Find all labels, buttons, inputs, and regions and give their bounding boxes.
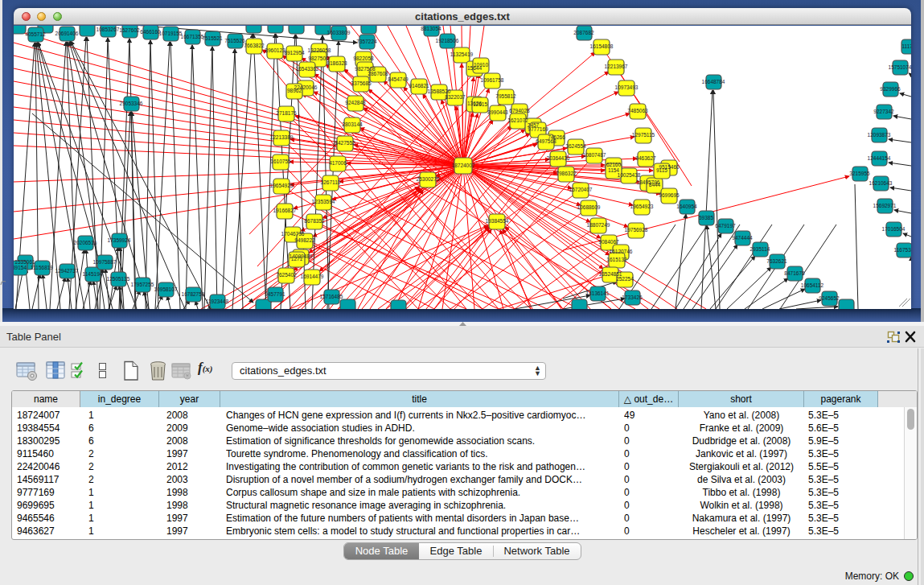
svg-text:17359924: 17359924 (108, 237, 131, 243)
svg-text:9699695: 9699695 (659, 192, 680, 198)
svg-text:12213389: 12213389 (270, 134, 294, 140)
svg-text:13588520: 13588520 (428, 89, 451, 94)
svg-text:20206516: 20206516 (74, 240, 97, 245)
svg-text:10973493: 10973493 (615, 84, 639, 90)
svg-text:9777169: 9777169 (528, 126, 548, 132)
svg-text:10975887: 10975887 (93, 259, 117, 265)
svg-text:9146821: 9146821 (409, 83, 429, 89)
svg-text:7515526: 7515526 (224, 38, 245, 43)
svg-text:98962: 98962 (287, 88, 302, 93)
svg-text:7485063: 7485063 (627, 108, 648, 113)
svg-text:1154: 1154 (608, 167, 619, 173)
svg-text:19218506: 19218506 (436, 38, 459, 43)
svg-text:13226058: 13226058 (308, 47, 331, 53)
svg-text:16210643: 16210643 (869, 180, 893, 186)
svg-text:8471676: 8471676 (784, 270, 805, 276)
svg-text:12975115: 12975115 (632, 132, 655, 138)
svg-text:1615132: 1615132 (606, 257, 627, 262)
svg-text:9084067: 9084067 (598, 239, 619, 245)
svg-text:15751074: 15751074 (889, 64, 911, 70)
svg-text:2803144: 2803144 (342, 122, 363, 127)
svg-text:12615: 12615 (473, 101, 487, 107)
svg-text:20691406: 20691406 (55, 31, 79, 36)
svg-text:8960123: 8960123 (265, 47, 285, 53)
svg-text:1621072: 1621072 (507, 117, 528, 123)
svg-text:17046736: 17046736 (281, 231, 305, 237)
svg-text:2935114: 2935114 (750, 246, 770, 252)
svg-text:16033809: 16033809 (327, 30, 351, 35)
svg-text:12353594: 12353594 (312, 199, 335, 204)
svg-text:3375685: 3375685 (351, 80, 372, 86)
svg-text:10910: 10910 (474, 62, 488, 68)
svg-text:16648784: 16648784 (702, 79, 725, 84)
svg-text:7357224: 7357224 (356, 39, 377, 44)
svg-text:16120746: 16120746 (610, 249, 633, 254)
svg-text:12444154: 12444154 (868, 155, 891, 161)
svg-text:1733426: 1733426 (622, 295, 643, 300)
svg-text:1535061: 1535061 (14, 259, 35, 265)
svg-text:9498222: 9498222 (294, 237, 315, 243)
svg-text:11923448: 11923448 (206, 299, 229, 304)
svg-text:9822058: 9822058 (353, 56, 374, 61)
svg-text:10654112: 10654112 (801, 282, 824, 288)
svg-text:10958107: 10958107 (154, 286, 178, 292)
svg-text:11172: 11172 (901, 43, 911, 49)
svg-text:8912954: 8912954 (284, 50, 305, 56)
svg-text:8813054: 8813054 (421, 26, 441, 31)
svg-text:8186328: 8186328 (326, 60, 347, 66)
svg-text:15692971: 15692971 (873, 203, 897, 208)
svg-text:7955812: 7955812 (495, 93, 516, 99)
svg-text:6794028: 6794028 (509, 108, 530, 113)
svg-text:10961758: 10961758 (481, 77, 504, 83)
svg-text:10688609: 10688609 (577, 204, 601, 210)
svg-text:19756928: 19756928 (625, 227, 648, 233)
svg-text:7986322: 7986322 (556, 171, 577, 176)
svg-text:9457791: 9457791 (265, 291, 285, 297)
svg-text:16543362: 16543362 (296, 66, 319, 72)
svg-text:3267110: 3267110 (321, 179, 341, 185)
svg-text:1640954: 1640954 (676, 204, 697, 209)
svg-text:2718176: 2718176 (276, 110, 297, 116)
svg-text:12213967: 12213967 (605, 64, 628, 69)
svg-text:3624554: 3624554 (565, 143, 586, 149)
svg-text:39154: 39154 (14, 265, 27, 270)
svg-text:2867608: 2867608 (368, 71, 388, 76)
svg-text:417006: 417006 (329, 160, 347, 166)
svg-text:8427552: 8427552 (335, 140, 355, 146)
svg-text:1271: 1271 (291, 256, 303, 262)
svg-text:9329966: 9329966 (880, 86, 901, 92)
svg-text:2087682: 2087682 (573, 30, 594, 35)
svg-text:1610755: 1610755 (270, 159, 291, 164)
svg-text:16671355: 16671355 (181, 34, 204, 39)
svg-text:3215955: 3215955 (849, 171, 870, 176)
svg-text:20364436: 20364436 (547, 155, 570, 161)
svg-text:18724007: 18724007 (452, 163, 475, 168)
svg-text:9463627: 9463627 (635, 155, 656, 161)
svg-text:1145194: 1145194 (83, 271, 103, 277)
svg-text:19654925: 19654925 (270, 183, 294, 188)
svg-text:11156819: 11156819 (31, 265, 53, 270)
svg-text:19654923: 19654923 (630, 204, 654, 209)
svg-text:10807487: 10807487 (583, 152, 606, 158)
svg-text:59385: 59385 (699, 215, 713, 220)
svg-text:7632621: 7632621 (766, 258, 787, 264)
svg-text:9827500: 9827500 (308, 56, 329, 61)
svg-text:9227342: 9227342 (873, 109, 894, 114)
svg-text:25300275: 25300275 (417, 176, 440, 182)
svg-text:6479197: 6479197 (715, 223, 736, 229)
svg-text:19384554: 19384554 (486, 218, 509, 224)
svg-text:19166827: 19166827 (273, 208, 297, 213)
svg-text:29053346: 29053346 (120, 101, 143, 106)
svg-text:8454749: 8454749 (388, 76, 409, 82)
svg-text:12093873: 12093873 (868, 132, 891, 138)
svg-text:4055712: 4055712 (25, 31, 46, 37)
svg-text:8990443: 8990443 (487, 109, 508, 115)
svg-text:12942737: 12942737 (55, 268, 79, 274)
svg-text:9474444: 9474444 (732, 235, 753, 241)
svg-text:17957255: 17957255 (131, 282, 154, 287)
svg-text:10719155: 10719155 (159, 31, 183, 36)
svg-text:7515521: 7515521 (202, 35, 223, 41)
svg-text:1167534: 1167534 (894, 247, 911, 253)
svg-text:1527602: 1527602 (119, 27, 140, 33)
svg-text:16154808: 16154808 (590, 43, 614, 49)
